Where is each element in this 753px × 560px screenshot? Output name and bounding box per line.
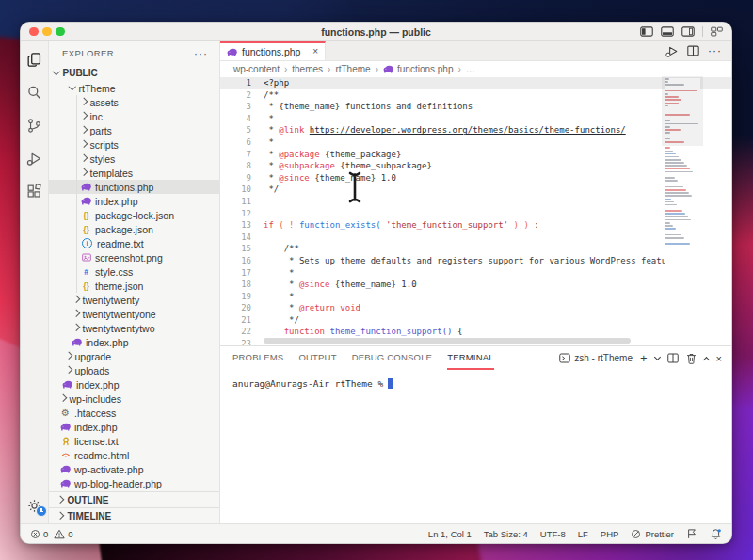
tree-file-index-php[interactable]: index.php bbox=[49, 377, 219, 392]
status-item-lf[interactable]: LF bbox=[578, 529, 588, 539]
panel-tab-terminal[interactable]: TERMINAL bbox=[447, 346, 494, 370]
explorer-more-actions-icon[interactable]: ··· bbox=[194, 47, 208, 60]
terminal-dropdown-icon[interactable] bbox=[654, 354, 661, 360]
run-php-icon[interactable] bbox=[665, 44, 679, 58]
toggle-secondary-sidebar-icon[interactable] bbox=[681, 26, 695, 37]
code-line-19[interactable]: 19 * bbox=[220, 291, 731, 303]
terminal[interactable]: anurag@Anurags-Air rtTheme % bbox=[220, 370, 731, 523]
breadcrumb-item[interactable]: … bbox=[466, 64, 475, 74]
run-debug-icon[interactable] bbox=[25, 149, 43, 168]
code-line-9[interactable]: 9 * @since {theme_name} 1.0 bbox=[220, 172, 731, 184]
timeline-section[interactable]: TIMELINE bbox=[49, 507, 219, 523]
breadcrumb-item[interactable]: wp-content bbox=[233, 64, 280, 74]
code-editor[interactable]: 1<?php2/**3 * {theme_name} functions and… bbox=[220, 76, 731, 345]
code-line-7[interactable]: 7 * @package {theme_package} bbox=[220, 149, 731, 161]
tree-file-package-lock-json[interactable]: {}package-lock.json bbox=[49, 208, 219, 222]
breadcrumb-item[interactable]: functions.php bbox=[383, 64, 454, 74]
tree-file-wp-blog-header-php[interactable]: wp-blog-header.php bbox=[49, 476, 219, 490]
code-line-6[interactable]: 6 * bbox=[220, 136, 731, 149]
explorer-icon[interactable] bbox=[25, 50, 43, 69]
close-window-button[interactable] bbox=[29, 27, 39, 37]
status-item-ln-1-col-1[interactable]: Ln 1, Col 1 bbox=[428, 529, 472, 539]
code-line-17[interactable]: 17 * bbox=[220, 267, 731, 280]
code-line-21[interactable]: 21 */ bbox=[220, 314, 731, 327]
tree-folder-templates[interactable]: templates bbox=[49, 166, 219, 180]
code-line-11[interactable]: 11 bbox=[220, 196, 731, 208]
notifications-bell-icon[interactable] bbox=[710, 528, 722, 540]
code-line-13[interactable]: 13if ( ! function_exists( 'theme_functio… bbox=[220, 219, 731, 232]
workspace-root-public[interactable]: PUBLIC bbox=[49, 65, 219, 81]
tree-file--htaccess[interactable]: ⚙.htaccess bbox=[49, 406, 219, 420]
search-icon[interactable] bbox=[25, 83, 43, 102]
code-line-10[interactable]: 10 */ bbox=[220, 184, 731, 196]
tree-file-screenshot-png[interactable]: screenshot.png bbox=[49, 250, 219, 264]
kill-terminal-icon[interactable] bbox=[686, 353, 697, 364]
tree-file-license-txt[interactable]: license.txt bbox=[49, 434, 219, 448]
toggle-primary-sidebar-icon[interactable] bbox=[640, 26, 653, 37]
code-line-1[interactable]: 1<?php bbox=[220, 77, 731, 89]
code-line-3[interactable]: 3 * {theme_name} functions and definitio… bbox=[220, 101, 731, 113]
tree-file-index-php[interactable]: index.php bbox=[49, 335, 219, 349]
tree-folder-twentytwenty[interactable]: twentytwenty bbox=[49, 293, 219, 307]
tree-folder-wp-includes[interactable]: wp-includes bbox=[49, 392, 219, 406]
problems-status[interactable]: 0 0 bbox=[30, 529, 73, 539]
titlebar[interactable]: functions.php — public bbox=[21, 23, 731, 41]
code-line-5[interactable]: 5 * @link https://developer.wordpress.or… bbox=[220, 124, 731, 136]
status-item-tab-size-4[interactable]: Tab Size: 4 bbox=[484, 529, 528, 539]
tree-file-index-php[interactable]: index.php bbox=[49, 420, 219, 434]
close-tab-icon[interactable]: × bbox=[312, 47, 318, 56]
minimap-slider[interactable] bbox=[662, 76, 703, 146]
code-line-12[interactable]: 12 bbox=[220, 208, 731, 220]
tree-folder-inc[interactable]: inc bbox=[49, 109, 219, 123]
outline-section[interactable]: OUTLINE bbox=[49, 491, 219, 507]
split-terminal-icon[interactable] bbox=[667, 353, 679, 363]
code-line-15[interactable]: 15 /** bbox=[220, 243, 731, 255]
status-item-php[interactable]: PHP bbox=[601, 529, 619, 539]
tree-file-readme-txt[interactable]: ireadme.txt bbox=[49, 236, 219, 250]
code-line-4[interactable]: 4 * bbox=[220, 113, 731, 125]
code-line-20[interactable]: 20 * @return void bbox=[220, 302, 731, 314]
tree-file-readme-html[interactable]: <>readme.html bbox=[49, 448, 219, 462]
tree-file-wp-activate-php[interactable]: wp-activate.php bbox=[49, 462, 219, 476]
panel-tab-output[interactable]: OUTPUT bbox=[298, 346, 336, 370]
tree-file-functions-php[interactable]: functions.php bbox=[49, 180, 219, 194]
extensions-icon[interactable] bbox=[25, 182, 43, 200]
feedback-icon[interactable] bbox=[686, 528, 697, 539]
split-editor-icon[interactable] bbox=[687, 45, 699, 56]
code-line-2[interactable]: 2/** bbox=[220, 89, 731, 102]
manage-gear-icon[interactable] bbox=[25, 496, 43, 515]
tree-folder-assets[interactable]: assets bbox=[49, 95, 219, 109]
tree-folder-twentytwentytwo[interactable]: twentytwentytwo bbox=[49, 321, 219, 335]
minimap[interactable] bbox=[665, 78, 700, 300]
tree-file-style-css[interactable]: #style.css bbox=[49, 264, 219, 279]
maximize-panel-icon[interactable] bbox=[703, 356, 710, 362]
tree-file-index-php[interactable]: index.php bbox=[49, 194, 219, 208]
panel-tab-problems[interactable]: PROBLEMS bbox=[232, 346, 283, 370]
code-line-22[interactable]: 22 function theme_function_support() { bbox=[220, 326, 731, 338]
new-terminal-icon[interactable]: + bbox=[640, 352, 648, 364]
tree-file-package-json[interactable]: {}package.json bbox=[49, 222, 219, 236]
editor-more-actions-icon[interactable]: ··· bbox=[708, 44, 722, 57]
code-line-8[interactable]: 8 * @subpackage {theme_subpackage} bbox=[220, 160, 731, 172]
tree-folder-upgrade[interactable]: upgrade bbox=[49, 349, 219, 363]
tree-file-theme-json[interactable]: {}theme.json bbox=[49, 279, 219, 293]
breadcrumb-item[interactable]: rtTheme bbox=[335, 64, 370, 74]
tree-folder-scripts[interactable]: scripts bbox=[49, 137, 219, 152]
zoom-window-button[interactable] bbox=[56, 27, 65, 37]
close-panel-icon[interactable]: × bbox=[716, 353, 722, 364]
minimize-window-button[interactable] bbox=[42, 27, 52, 37]
tree-folder-parts[interactable]: parts bbox=[49, 123, 219, 137]
status-item-utf-8[interactable]: UTF-8 bbox=[540, 529, 566, 539]
tree-folder-styles[interactable]: styles bbox=[49, 152, 219, 166]
source-control-icon[interactable] bbox=[25, 116, 43, 135]
tree-folder-rttheme[interactable]: rtTheme bbox=[49, 81, 219, 95]
status-item-prettier[interactable]: Prettier bbox=[631, 529, 674, 539]
horizontal-scrollbar[interactable] bbox=[264, 338, 658, 344]
code-line-14[interactable]: 14 bbox=[220, 232, 731, 244]
code-line-16[interactable]: 16 * Sets up theme defaults and register… bbox=[220, 255, 731, 267]
breadcrumb-item[interactable]: themes bbox=[292, 64, 323, 74]
tree-folder-twentytwentyone[interactable]: twentytwentyone bbox=[49, 307, 219, 321]
tab-functions-php[interactable]: functions.php × bbox=[220, 41, 326, 60]
customize-layout-icon[interactable] bbox=[711, 26, 723, 37]
tree-folder-uploads[interactable]: uploads bbox=[49, 363, 219, 377]
